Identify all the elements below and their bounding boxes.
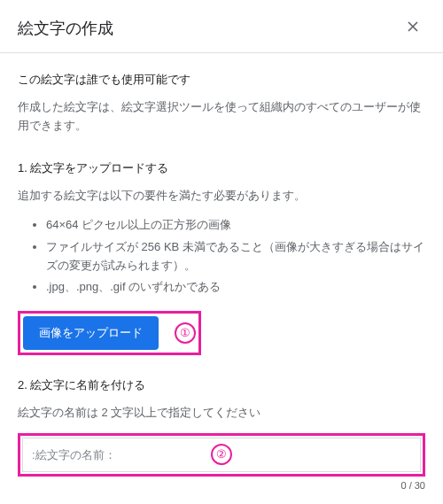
close-icon xyxy=(404,18,422,35)
section-upload-desc: 追加する絵文字は以下の要件を満たす必要があります。 xyxy=(18,187,425,205)
dialog-header: 絵文字の作成 xyxy=(0,0,443,53)
upload-row: 画像をアップロード ① xyxy=(18,311,201,355)
section-name-title: 2. 絵文字に名前を付ける xyxy=(18,376,425,395)
create-emoji-dialog: 絵文字の作成 この絵文字は誰でも使用可能です 作成した絵文字は、絵文字選択ツール… xyxy=(0,0,443,504)
intro-description: 作成した絵文字は、絵文字選択ツールを使って組織内のすべてのユーザーが使用できます… xyxy=(18,98,425,136)
section-name-desc: 絵文字の名前は 2 文字以上で指定してください xyxy=(18,404,425,423)
requirement-item: .jpg、.png、.gif のいずれかである xyxy=(46,278,425,297)
annotation-badge-2: ② xyxy=(211,444,232,465)
annotation-badge-1: ① xyxy=(175,322,196,344)
section-upload-title: 1. 絵文字をアップロードする xyxy=(18,159,425,178)
requirements-list: 64×64 ピクセル以上の正方形の画像 ファイルサイズが 256 KB 未満であ… xyxy=(18,216,425,297)
upload-image-button[interactable]: 画像をアップロード xyxy=(23,316,159,350)
requirement-item: ファイルサイズが 256 KB 未満であること（画像が大きすぎる場合はサイズの変… xyxy=(46,238,425,275)
requirement-item: 64×64 ピクセル以上の正方形の画像 xyxy=(46,216,425,235)
name-input-wrap: ② xyxy=(18,433,425,477)
dialog-title: 絵文字の作成 xyxy=(18,18,113,39)
intro-heading: この絵文字は誰でも使用可能です xyxy=(18,71,425,89)
close-button[interactable] xyxy=(400,14,425,42)
char-counter: 0 / 30 xyxy=(18,478,425,494)
dialog-content: この絵文字は誰でも使用可能です 作成した絵文字は、絵文字選択ツールを使って組織内… xyxy=(0,53,443,504)
